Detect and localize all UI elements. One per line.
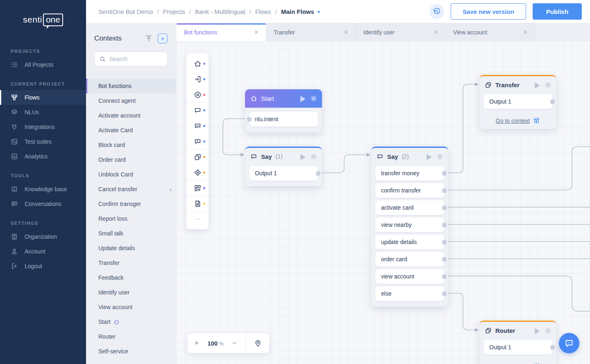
breadcrumb-item[interactable]: Flows xyxy=(255,8,271,15)
output-pill-order-card[interactable]: order card xyxy=(375,252,444,267)
support-chat-button[interactable] xyxy=(559,333,579,353)
caret-down-icon[interactable] xyxy=(317,11,320,13)
connection-port[interactable] xyxy=(442,206,447,210)
connection-port[interactable] xyxy=(442,240,447,244)
context-item-connect-agent[interactable]: Connect agent xyxy=(86,93,176,108)
sidebar-item-logout[interactable]: Logout xyxy=(0,259,86,274)
output-pill-else[interactable]: else xyxy=(375,286,444,301)
output-pill-output-1[interactable]: Output 1 xyxy=(483,340,552,355)
node-transfer-header[interactable]: Transfer xyxy=(479,76,556,93)
connection-port[interactable] xyxy=(550,345,555,350)
connection-port[interactable] xyxy=(316,171,320,176)
flow-connection[interactable] xyxy=(446,84,474,173)
context-item-self-service[interactable]: Self-service xyxy=(86,344,176,359)
context-item-identify-user[interactable]: Identify user xyxy=(86,285,176,300)
palette-item-more[interactable] xyxy=(186,211,209,227)
play-node-button[interactable] xyxy=(534,82,540,88)
play-node-button[interactable] xyxy=(534,328,540,334)
context-item-activate-account[interactable]: Activate account xyxy=(86,108,176,123)
tab-transfer[interactable]: Transfer✕ xyxy=(266,23,356,41)
flow-connection[interactable] xyxy=(446,147,590,190)
connection-port[interactable] xyxy=(247,117,252,122)
node-transfer[interactable]: Transfer Output 1 Go to context xyxy=(479,75,556,129)
breadcrumb-item[interactable]: SentiOne Bot Demo xyxy=(98,8,153,15)
go-to-context-link[interactable]: Go to context xyxy=(496,118,530,124)
tab-identify-user[interactable]: Identify user✕ xyxy=(356,23,446,41)
context-item-transfer[interactable]: Transfer xyxy=(86,255,176,270)
palette-item-context[interactable] xyxy=(186,149,209,165)
output-pill-update-details[interactable]: update details xyxy=(375,235,444,249)
node-say-2[interactable]: Say (2) transfer moneyconfirm transferac… xyxy=(371,147,448,307)
zoom-out-button[interactable]: − xyxy=(225,333,243,353)
context-item-order-card[interactable]: Order card xyxy=(86,152,176,167)
sidebar-item-conversations[interactable]: Conversations xyxy=(0,197,86,211)
flow-connection[interactable] xyxy=(446,276,590,311)
close-tab-icon[interactable]: ✕ xyxy=(523,29,528,35)
connection-port[interactable] xyxy=(550,99,555,104)
context-item-confirm-transger[interactable]: Confirm transger xyxy=(86,197,176,211)
palette-item-say-dots[interactable] xyxy=(186,118,209,133)
node-say-2-header[interactable]: Say (2) xyxy=(371,148,448,165)
palette-item-grid-plus[interactable] xyxy=(186,180,209,196)
breadcrumb-item[interactable]: Main Flows xyxy=(281,8,320,15)
palette-item-enter[interactable] xyxy=(186,71,209,87)
node-start[interactable]: Start nlu.intent xyxy=(245,89,322,132)
context-item-start[interactable]: Start xyxy=(86,314,176,329)
close-tab-icon[interactable]: ✕ xyxy=(433,29,438,35)
tab-view-account[interactable]: View account✕ xyxy=(445,23,536,41)
play-node-button[interactable] xyxy=(426,154,432,160)
connection-port[interactable] xyxy=(442,188,447,193)
breadcrumb-item[interactable]: Projects xyxy=(163,8,185,15)
output-pill-view-nearby[interactable]: view nearby xyxy=(375,217,444,232)
output-pill-activate-card[interactable]: activate card xyxy=(375,200,444,215)
sidebar-item-knowledge-base[interactable]: Knowledge base xyxy=(0,182,86,197)
palette-item-decision[interactable] xyxy=(186,165,209,180)
context-item-small-talk[interactable]: Small talk xyxy=(86,226,176,241)
palette-item-home[interactable] xyxy=(186,56,209,71)
connection-port[interactable] xyxy=(442,292,447,296)
flow-connection[interactable] xyxy=(223,119,247,155)
sidebar-item-organization[interactable]: Organization xyxy=(0,229,86,244)
connection-port[interactable] xyxy=(442,223,447,227)
sidebar-item-all-projects[interactable]: All Projects xyxy=(0,57,86,72)
flow-canvas[interactable]: Start nlu.intent Say (1) Output 1 xyxy=(176,41,590,364)
context-item-cancel-transfer[interactable]: Cancel transfer‹ xyxy=(86,182,176,197)
palette-item-document[interactable] xyxy=(186,196,209,211)
palette-item-say-alert[interactable] xyxy=(186,133,209,149)
context-item-block-card[interactable]: Block card xyxy=(86,138,176,152)
connection-port[interactable] xyxy=(442,171,447,176)
palette-item-cancel[interactable] xyxy=(186,87,209,102)
sidebar-item-test-suites[interactable]: Test suites xyxy=(0,134,86,149)
context-item-view-account[interactable]: View account xyxy=(86,300,176,314)
context-search-input[interactable] xyxy=(109,56,162,62)
node-settings-button[interactable] xyxy=(545,82,551,88)
zoom-in-button[interactable]: + xyxy=(188,333,206,353)
context-item-bot-functions[interactable]: Bot functions xyxy=(86,79,176,93)
add-context-button[interactable]: + xyxy=(158,34,168,43)
connection-port[interactable] xyxy=(442,257,447,262)
collapse-panel-chevron[interactable]: ‹ xyxy=(169,186,172,193)
sidebar-item-analytics[interactable]: Analytics xyxy=(0,149,86,164)
context-item-activate-card[interactable]: Activate Card xyxy=(86,123,176,138)
palette-item-say[interactable] xyxy=(186,102,209,118)
start-input-pill[interactable]: nlu.intent xyxy=(249,112,318,127)
flow-connection[interactable] xyxy=(320,155,366,173)
connection-port[interactable] xyxy=(442,274,447,279)
output-pill-transfer-money[interactable]: transfer money xyxy=(375,166,444,181)
node-router[interactable]: Router Output 1 Go to context xyxy=(479,321,556,364)
output-pill-output-1[interactable]: Output 1 xyxy=(483,94,552,109)
close-tab-icon[interactable]: ✕ xyxy=(344,29,348,35)
context-item-unblock-card[interactable]: Unblock Card xyxy=(86,167,176,182)
node-say-1-header[interactable]: Say (1) xyxy=(245,148,322,165)
sidebar-item-nlus[interactable]: NLUs xyxy=(0,105,86,120)
save-new-version-button[interactable]: Save new version xyxy=(451,3,526,20)
center-canvas-button[interactable] xyxy=(246,333,269,353)
context-item-update-details[interactable]: Update details xyxy=(86,241,176,255)
node-settings-button[interactable] xyxy=(545,328,551,334)
context-item-feedback[interactable]: Feedback xyxy=(86,270,176,285)
context-item-router[interactable]: Router xyxy=(86,329,176,344)
node-start-header[interactable]: Start xyxy=(245,89,322,108)
play-node-button[interactable] xyxy=(300,95,306,102)
node-settings-button[interactable] xyxy=(311,95,317,102)
node-settings-button[interactable] xyxy=(311,154,317,160)
